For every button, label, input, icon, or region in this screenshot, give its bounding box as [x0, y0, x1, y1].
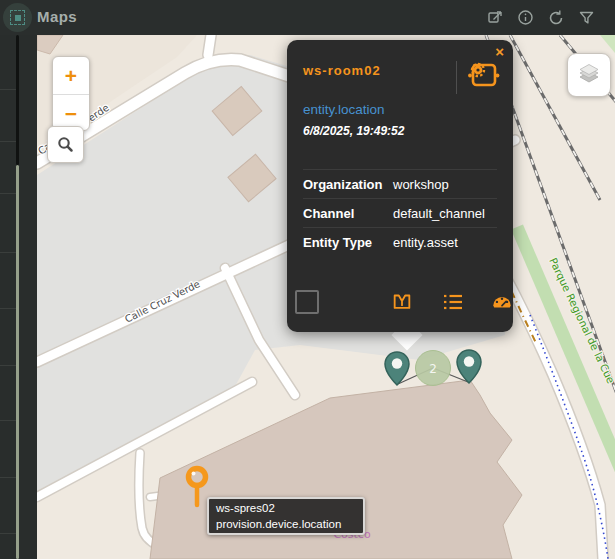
zoom-control: + − [52, 56, 90, 131]
dashboard-gauge-icon[interactable] [491, 290, 513, 316]
divider [0, 141, 17, 142]
tooltip-subtitle: provision.device.location [216, 516, 356, 532]
list-icon[interactable] [443, 293, 463, 315]
table-row: Organization workshop [303, 170, 497, 199]
refresh-icon[interactable] [547, 9, 565, 27]
entity-location-link[interactable]: entity.location [303, 102, 497, 117]
left-widget-panel [0, 35, 37, 559]
popup-timestamp: 6/8/2025, 19:49:52 [303, 124, 497, 138]
popup-attributes-table: Organization workshop Channel default_ch… [303, 169, 497, 256]
field-label: Organization [303, 177, 393, 192]
map-canvas[interactable]: Calle Cruz Verde Calle Cruz Verde Parque… [37, 35, 615, 559]
table-row: Entity Type entity.asset [303, 228, 497, 256]
search-icon [56, 135, 75, 154]
layers-button[interactable] [567, 53, 611, 97]
divider [0, 477, 17, 478]
divider [0, 365, 17, 366]
field-value: workshop [393, 177, 497, 192]
divider [0, 89, 17, 90]
field-value: entity.asset [393, 235, 497, 250]
divider [0, 420, 17, 421]
marker-tooltip: ws-spres02 provision.device.location [207, 497, 365, 535]
zoom-in-button[interactable]: + [53, 57, 89, 94]
entity-popup: × ws-room02 entity.location 6/8/2025, 19… [287, 40, 513, 332]
scrollbar-thumb[interactable] [16, 165, 19, 559]
tooltip-title: ws-spres02 [216, 500, 356, 516]
share-icon[interactable] [487, 9, 504, 26]
divider [456, 61, 457, 94]
divider [0, 193, 17, 194]
widget-menu-button[interactable] [3, 3, 32, 32]
field-label: Entity Type [303, 235, 393, 250]
info-icon[interactable] [517, 9, 534, 26]
select-checkbox[interactable] [295, 290, 319, 314]
device-settings-icon[interactable] [464, 57, 502, 95]
layers-icon [576, 62, 602, 88]
page-title: Maps [37, 8, 77, 25]
map-search-button[interactable] [47, 126, 84, 163]
cluster-marker[interactable]: 2 [416, 351, 451, 386]
widget-icon [10, 10, 25, 25]
field-label: Channel [303, 206, 393, 221]
field-value: default_channel [393, 206, 497, 221]
table-row: Channel default_channel [303, 199, 497, 228]
divider [0, 252, 17, 253]
scrollbar-track[interactable] [16, 35, 19, 165]
filter-icon[interactable] [578, 9, 595, 26]
svg-text:2: 2 [429, 362, 437, 376]
popup-actions [303, 290, 497, 316]
divider [0, 533, 17, 534]
top-bar: Maps [0, 0, 615, 35]
edit-entity-icon[interactable] [391, 290, 413, 316]
divider [0, 308, 17, 309]
